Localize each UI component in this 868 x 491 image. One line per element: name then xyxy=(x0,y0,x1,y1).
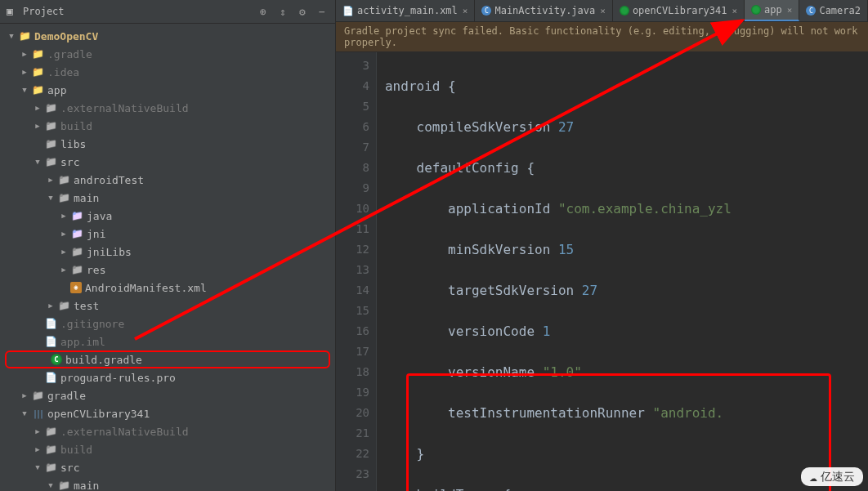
tree-item[interactable]: main xyxy=(0,476,335,491)
sync-warning[interactable]: Gradle project sync failed. Basic functi… xyxy=(336,22,868,52)
close-icon[interactable]: × xyxy=(600,6,606,16)
annotation-highlight-box xyxy=(406,373,831,491)
tree-item[interactable]: app.iml xyxy=(0,333,335,350)
tree-label: .idea xyxy=(47,66,79,78)
tab-label: MainActivity.java xyxy=(494,5,595,16)
tab-activity-main[interactable]: activity_main.xml × xyxy=(336,0,475,21)
tree-label: gradle xyxy=(47,390,86,402)
tree-item[interactable]: proguard-rules.pro xyxy=(0,368,335,386)
tree-item[interactable]: gradle xyxy=(0,386,335,404)
line-number: 10 xyxy=(336,199,369,219)
tree-item-opencv[interactable]: openCVLibrary341 xyxy=(0,404,335,422)
tree-item[interactable]: .gradle xyxy=(0,45,335,63)
watermark-text: 亿速云 xyxy=(821,470,855,484)
folder-icon xyxy=(57,191,70,204)
expand-icon[interactable] xyxy=(59,211,69,221)
expand-icon[interactable] xyxy=(33,444,43,454)
gitignore-icon xyxy=(44,317,57,330)
gradle-icon xyxy=(620,6,629,16)
tree-item[interactable]: .externalNativeBuild xyxy=(0,422,335,440)
expand-icon[interactable] xyxy=(33,462,43,472)
tab-label: Camera2 xyxy=(819,5,861,16)
expand-icon[interactable] xyxy=(46,480,56,490)
project-panel: ▣ Project ⊕ ⇕ ⚙ − DemoOpenCV .gradle xyxy=(0,0,336,491)
tree-item-app[interactable]: app xyxy=(0,81,335,99)
tree-item[interactable]: libs xyxy=(0,135,335,153)
expand-icon[interactable] xyxy=(46,193,56,203)
collapse-icon[interactable]: ⇕ xyxy=(276,5,289,18)
folder-icon xyxy=(57,479,70,491)
tree-item[interactable]: test xyxy=(0,297,335,315)
tree-label: proguard-rules.pro xyxy=(60,372,176,384)
tree-label: src xyxy=(60,462,79,474)
tree-item[interactable]: build xyxy=(0,117,335,135)
expand-icon[interactable] xyxy=(59,265,69,275)
line-number: 5 xyxy=(336,96,369,117)
code-content[interactable]: android { compileSdkVersion 27 defaultCo… xyxy=(377,52,868,491)
expand-icon[interactable] xyxy=(33,121,43,131)
expand-icon[interactable] xyxy=(20,391,29,400)
tree-item[interactable]: .externalNativeBuild xyxy=(0,99,335,117)
tree-item-build-gradle[interactable]: build.gradle xyxy=(5,350,330,368)
tab-app[interactable]: app × xyxy=(745,0,799,21)
expand-icon[interactable] xyxy=(46,175,56,185)
line-number: 14 xyxy=(336,280,369,301)
line-number: 8 xyxy=(336,158,369,178)
code-editor[interactable]: 3 4 5 6 7 8 9 10 11 12 13 14 15 16 17 18… xyxy=(336,52,868,491)
gear-icon[interactable]: ⚙ xyxy=(296,5,309,18)
expand-icon[interactable] xyxy=(20,85,29,95)
folder-icon xyxy=(70,245,83,258)
tree-item[interactable]: .gitignore xyxy=(0,315,335,333)
watermark: ☁ 亿速云 xyxy=(801,467,863,486)
expand-icon xyxy=(33,373,43,382)
cloud-icon: ☁ xyxy=(809,469,817,484)
expand-icon[interactable] xyxy=(33,157,43,167)
tree-item[interactable]: androidTest xyxy=(0,171,335,189)
folder-icon xyxy=(31,389,44,402)
tree-item[interactable]: res xyxy=(0,261,335,279)
folder-icon xyxy=(44,119,57,132)
tree-item[interactable]: AndroidManifest.xml xyxy=(0,279,335,297)
source-folder-icon xyxy=(70,227,83,240)
tree-item[interactable]: build xyxy=(0,440,335,458)
tree-label: libs xyxy=(60,138,86,150)
gradle-icon xyxy=(51,354,62,365)
line-number: 7 xyxy=(336,137,369,158)
close-icon[interactable]: × xyxy=(732,6,737,16)
tree-item[interactable]: src xyxy=(0,153,335,171)
project-panel-title: Project xyxy=(23,6,257,17)
line-number: 19 xyxy=(336,382,369,403)
expand-icon[interactable] xyxy=(7,31,16,41)
gradle-icon xyxy=(751,5,761,15)
tree-item[interactable]: jni xyxy=(0,225,335,243)
project-tree[interactable]: DemoOpenCV .gradle .idea app .extern xyxy=(0,24,335,491)
expand-icon[interactable] xyxy=(59,229,69,239)
tree-item[interactable]: main xyxy=(0,189,335,207)
hide-icon[interactable]: − xyxy=(315,5,329,18)
line-number: 6 xyxy=(336,117,369,137)
tab-camera2[interactable]: Camera2 xyxy=(799,0,868,21)
tree-item[interactable]: .idea xyxy=(0,63,335,81)
expand-icon[interactable] xyxy=(33,103,43,113)
expand-icon[interactable] xyxy=(20,49,29,59)
expand-icon[interactable] xyxy=(46,301,56,310)
tab-main-activity[interactable]: MainActivity.java × xyxy=(475,0,612,21)
tree-root[interactable]: DemoOpenCV xyxy=(0,27,335,45)
xml-icon xyxy=(342,5,354,16)
folder-icon xyxy=(44,443,57,456)
expand-icon[interactable] xyxy=(33,426,43,436)
close-icon[interactable]: × xyxy=(463,6,468,16)
target-icon[interactable]: ⊕ xyxy=(257,5,270,18)
tree-label: main xyxy=(74,480,99,492)
tab-opencv-lib[interactable]: openCVLibrary341 × xyxy=(613,0,745,21)
close-icon[interactable]: × xyxy=(787,5,793,16)
tree-item[interactable]: src xyxy=(0,458,335,476)
java-icon xyxy=(481,6,491,16)
line-number: 16 xyxy=(336,321,369,341)
expand-icon[interactable] xyxy=(59,247,69,257)
tree-item[interactable]: jniLibs xyxy=(0,243,335,261)
line-number: 21 xyxy=(336,423,369,444)
expand-icon[interactable] xyxy=(20,408,29,418)
expand-icon[interactable] xyxy=(20,67,29,77)
tree-item[interactable]: java xyxy=(0,207,335,225)
